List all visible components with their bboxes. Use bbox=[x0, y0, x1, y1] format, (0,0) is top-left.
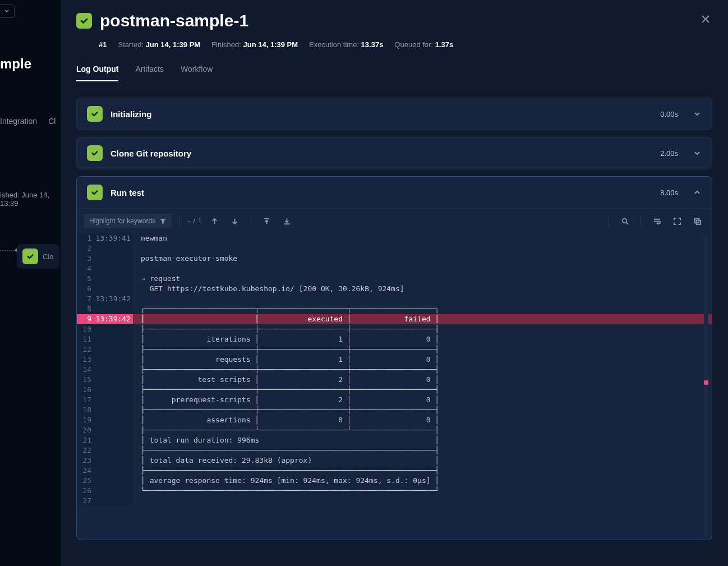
step-title: Initializing bbox=[110, 109, 652, 119]
success-icon bbox=[87, 106, 103, 122]
search-icon bbox=[621, 217, 629, 226]
go-top-icon bbox=[262, 217, 271, 226]
separator bbox=[179, 216, 180, 226]
success-icon bbox=[76, 13, 92, 29]
background-page: kind mple Integration Cl ished: June 14,… bbox=[0, 0, 61, 566]
title-row: postman-sample-1 bbox=[76, 11, 712, 30]
log-toolbar: Highlight for keywords - / 1 bbox=[77, 208, 712, 233]
copy-button[interactable] bbox=[689, 213, 705, 229]
separator bbox=[251, 216, 251, 226]
scroll-bottom-button[interactable] bbox=[279, 213, 295, 229]
copy-icon bbox=[693, 217, 702, 226]
tab-log-output[interactable]: Log Output bbox=[76, 65, 118, 81]
search-button[interactable] bbox=[617, 213, 633, 229]
finished-meta: Finished: Jun 14, 1:39 PM bbox=[211, 40, 298, 49]
bg-finished-text: ished: June 14, 13:39 bbox=[0, 191, 61, 208]
arrow-up-icon bbox=[210, 217, 219, 226]
highlight-placeholder: Highlight for keywords bbox=[89, 217, 155, 225]
bg-tab-integration[interactable]: Integration bbox=[0, 117, 37, 126]
next-match-button[interactable] bbox=[227, 213, 243, 229]
chevron-down-icon bbox=[4, 8, 10, 14]
match-count: - / 1 bbox=[188, 217, 202, 225]
log-scrollbar[interactable] bbox=[704, 236, 708, 537]
bg-tab-cl[interactable]: Cl bbox=[48, 117, 56, 126]
step-title: Run test bbox=[110, 188, 652, 197]
started-meta: Started: Jun 14, 1:39 PM bbox=[118, 40, 200, 49]
highlight-keywords-input[interactable]: Highlight for keywords bbox=[84, 214, 172, 228]
step-duration: 0.00s bbox=[660, 110, 678, 118]
separator bbox=[641, 216, 641, 226]
bg-page-title: mple bbox=[0, 56, 31, 72]
run-number: #1 bbox=[99, 40, 107, 49]
exec-time-meta: Execution time: 13.37s bbox=[309, 40, 383, 49]
bg-clone-node[interactable]: Clo bbox=[17, 244, 59, 269]
environment-selector[interactable]: kind bbox=[0, 4, 15, 18]
step-initializing: Initializing 0.00s bbox=[76, 98, 712, 130]
log-viewer[interactable]: 1234567891011121314151617181920212223242… bbox=[77, 233, 712, 540]
execution-detail-modal: postman-sample-1 #1 Started: Jun 14, 1:3… bbox=[61, 0, 728, 566]
chevron-down-icon bbox=[693, 109, 702, 118]
success-icon bbox=[87, 145, 103, 161]
step-duration: 8.00s bbox=[660, 188, 678, 197]
fullscreen-button[interactable] bbox=[669, 213, 685, 229]
bg-tabs: Integration Cl bbox=[0, 117, 56, 126]
success-icon bbox=[87, 185, 103, 200]
svg-point-0 bbox=[622, 218, 626, 223]
wrap-icon bbox=[653, 217, 661, 226]
modal-header: postman-sample-1 #1 Started: Jun 14, 1:3… bbox=[61, 0, 728, 82]
expand-icon bbox=[673, 217, 681, 226]
step-duration: 2.00s bbox=[660, 149, 678, 158]
filter-icon bbox=[160, 218, 166, 224]
chevron-down-icon bbox=[693, 149, 702, 158]
environment-label: kind bbox=[0, 7, 1, 15]
go-bottom-icon bbox=[283, 217, 291, 226]
step-clone-git: Clone Git repository 2.00s bbox=[76, 137, 712, 169]
step-header[interactable]: Clone Git repository 2.00s bbox=[77, 137, 712, 169]
close-icon bbox=[699, 12, 712, 26]
separator bbox=[609, 216, 609, 226]
arrow-down-icon bbox=[231, 217, 239, 226]
queued-meta: Queued for: 1.37s bbox=[394, 40, 453, 49]
step-title: Clone Git repository bbox=[110, 149, 652, 158]
tab-workflow[interactable]: Workflow bbox=[181, 65, 213, 81]
scroll-highlight-mark bbox=[704, 380, 708, 385]
step-run-test: Run test 8.00s Highlight for keywords - … bbox=[76, 176, 712, 540]
tab-artifacts[interactable]: Artifacts bbox=[135, 65, 164, 81]
success-icon bbox=[22, 249, 38, 264]
bg-clone-label: Clo bbox=[43, 252, 54, 261]
scroll-top-button[interactable] bbox=[259, 213, 275, 229]
page-title: postman-sample-1 bbox=[100, 11, 248, 30]
step-header[interactable]: Initializing 0.00s bbox=[77, 98, 712, 130]
wrap-lines-button[interactable] bbox=[649, 213, 665, 229]
graph-connector bbox=[0, 250, 17, 251]
step-header[interactable]: Run test 8.00s bbox=[77, 177, 712, 208]
prev-match-button[interactable] bbox=[207, 213, 223, 229]
detail-tabs: Log Output Artifacts Workflow bbox=[76, 65, 712, 82]
steps-list: Initializing 0.00s Clone Git repository … bbox=[61, 82, 728, 540]
chevron-up-icon bbox=[693, 188, 702, 197]
execution-meta: #1 Started: Jun 14, 1:39 PM Finished: Ju… bbox=[76, 40, 712, 49]
close-button[interactable] bbox=[699, 12, 712, 28]
